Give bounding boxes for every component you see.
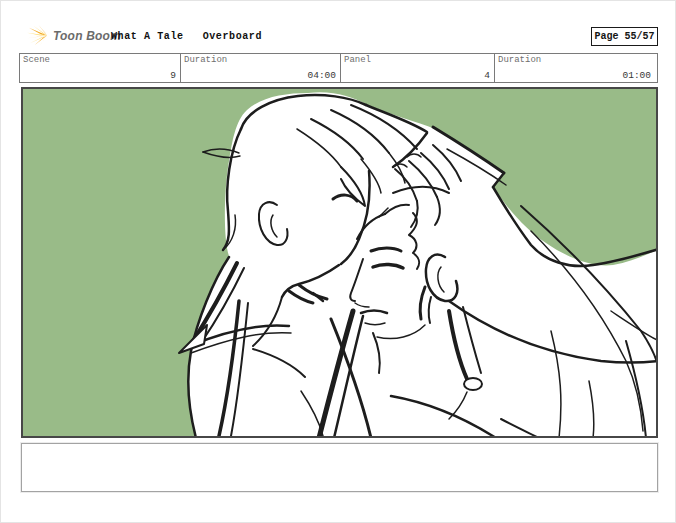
scene-value: 9	[170, 70, 176, 81]
toonboom-sunburst-icon	[27, 25, 50, 46]
panel-sketch	[23, 89, 656, 436]
page-number-badge: Page 55/57	[591, 27, 658, 46]
panel-value: 4	[484, 70, 490, 81]
scene-duration-value: 04:00	[307, 70, 336, 81]
panel-duration-value: 01:00	[622, 70, 651, 81]
document-title: What A TaleOverboard	[111, 31, 262, 42]
toonboom-logo: Toon Boom	[27, 25, 121, 46]
panel-label: Panel	[344, 55, 371, 65]
scene-duration-label: Duration	[184, 55, 227, 65]
project-title: What A Tale	[111, 31, 184, 42]
scene-title: Overboard	[203, 31, 262, 42]
scene-cell: Scene 9	[20, 54, 180, 82]
panel-info-table: Scene 9 Duration 04:00 Panel 4 Duration …	[19, 53, 658, 83]
storyboard-page: Toon Boom What A TaleOverboard Page 55/5…	[0, 0, 676, 523]
panel-duration-label: Duration	[498, 55, 541, 65]
scene-duration-cell: Duration 04:00	[180, 54, 340, 82]
caption-box	[21, 443, 658, 492]
scene-label: Scene	[23, 55, 50, 65]
panel-duration-cell: Duration 01:00	[494, 54, 655, 82]
panel-cell: Panel 4	[340, 54, 494, 82]
storyboard-panel-frame	[21, 87, 658, 438]
